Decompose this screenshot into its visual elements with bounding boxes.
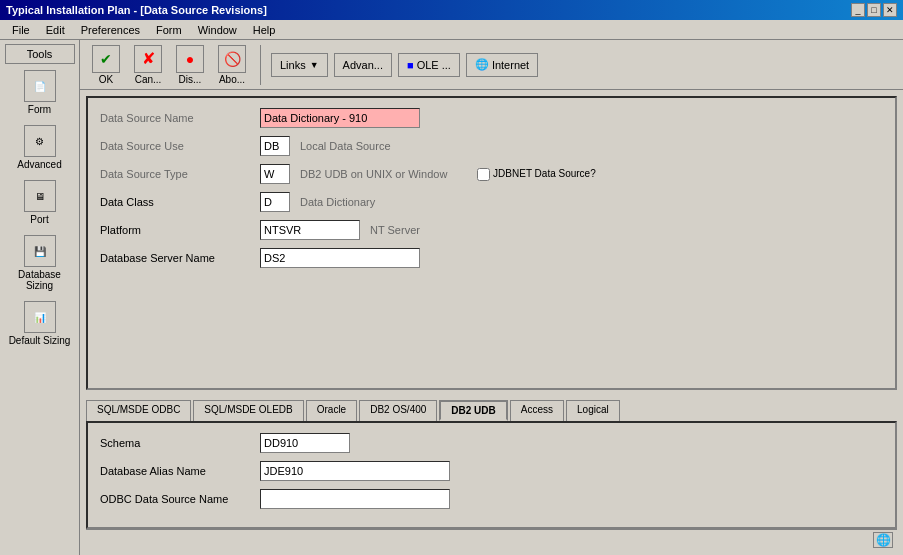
label-odbc-name: ODBC Data Source Name: [100, 493, 260, 505]
abo-button[interactable]: 🚫 Abo...: [214, 45, 250, 85]
database-sizing-icon: 💾: [24, 235, 56, 267]
menu-form[interactable]: Form: [148, 22, 190, 38]
title-bar-text: Typical Installation Plan - [Data Source…: [6, 4, 267, 16]
sidebar-tools[interactable]: Tools: [5, 44, 75, 64]
label-db-alias: Database Alias Name: [100, 465, 260, 477]
input-odbc-name[interactable]: [260, 489, 450, 509]
input-data-source-use[interactable]: [260, 136, 290, 156]
extra-data-class: Data Dictionary: [300, 196, 375, 208]
dis-icon: ●: [176, 45, 204, 73]
main-container: Tools 📄 Form ⚙ Advanced 🖥 Port 💾 Databas…: [0, 40, 903, 555]
label-platform: Platform: [100, 224, 260, 236]
sidebar-item-advanced[interactable]: ⚙ Advanced: [5, 121, 75, 174]
sidebar-label-default-sizing: Default Sizing: [9, 335, 71, 346]
tab-oracle[interactable]: Oracle: [306, 400, 357, 421]
label-db-server-name: Database Server Name: [100, 252, 260, 264]
input-data-class[interactable]: [260, 192, 290, 212]
extra-platform: NT Server: [370, 224, 420, 236]
tab-sql-msde-oledb[interactable]: SQL/MSDE OLEDB: [193, 400, 303, 421]
tab-panel-db2-udb: Schema Database Alias Name ODBC Data Sou…: [86, 421, 897, 529]
links-label: Links: [280, 59, 306, 71]
ok-label: OK: [99, 74, 113, 85]
sidebar-item-default-sizing[interactable]: 📊 Default Sizing: [5, 297, 75, 350]
dis-label: Dis...: [179, 74, 202, 85]
close-button[interactable]: ✕: [883, 3, 897, 17]
row-platform: Platform NT Server: [100, 220, 883, 240]
advan-button[interactable]: Advan...: [334, 53, 392, 77]
input-data-source-name[interactable]: [260, 108, 420, 128]
tabs-container: SQL/MSDE ODBC SQL/MSDE OLEDB Oracle DB2 …: [86, 400, 897, 421]
jdbnet-checkbox-area: JDBNET Data Source?: [477, 168, 595, 181]
abo-label: Abo...: [219, 74, 245, 85]
row-db-server-name: Database Server Name: [100, 248, 883, 268]
form-icon: 📄: [24, 70, 56, 102]
sidebar-label-database-sizing: Database Sizing: [7, 269, 73, 291]
ok-button[interactable]: ✔ OK: [88, 45, 124, 85]
dis-button[interactable]: ● Dis...: [172, 45, 208, 85]
minimize-button[interactable]: _: [851, 3, 865, 17]
menu-file[interactable]: File: [4, 22, 38, 38]
toolbar-separator: [260, 45, 261, 85]
label-data-class: Data Class: [100, 196, 260, 208]
status-globe-icon: 🌐: [873, 532, 893, 548]
row-db-alias: Database Alias Name: [100, 461, 883, 481]
sidebar-label-advanced: Advanced: [17, 159, 61, 170]
menu-preferences[interactable]: Preferences: [73, 22, 148, 38]
label-data-source-type: Data Source Type: [100, 168, 260, 180]
title-bar-controls: _ □ ✕: [851, 3, 897, 17]
row-data-source-use: Data Source Use Local Data Source: [100, 136, 883, 156]
menu-edit[interactable]: Edit: [38, 22, 73, 38]
tab-db2-os400[interactable]: DB2 OS/400: [359, 400, 437, 421]
input-db-server-name[interactable]: [260, 248, 420, 268]
internet-label: Internet: [492, 59, 529, 71]
input-data-source-type[interactable]: [260, 164, 290, 184]
cancel-icon: ✘: [134, 45, 162, 73]
form-panel: Data Source Name Data Source Use Local D…: [86, 96, 897, 390]
internet-icon: 🌐: [475, 58, 489, 71]
ole-button[interactable]: ■ OLE ...: [398, 53, 460, 77]
sidebar-item-form[interactable]: 📄 Form: [5, 66, 75, 119]
cancel-button[interactable]: ✘ Can...: [130, 45, 166, 85]
advanced-icon: ⚙: [24, 125, 56, 157]
menu-bar: File Edit Preferences Form Window Help: [0, 20, 903, 40]
label-data-source-use: Data Source Use: [100, 140, 260, 152]
input-schema[interactable]: [260, 433, 350, 453]
row-data-class: Data Class Data Dictionary: [100, 192, 883, 212]
sidebar-label-port: Port: [30, 214, 48, 225]
sidebar-item-database-sizing[interactable]: 💾 Database Sizing: [5, 231, 75, 295]
jdbnet-checkbox[interactable]: [477, 168, 490, 181]
internet-button[interactable]: 🌐 Internet: [466, 53, 538, 77]
ole-icon: ■: [407, 59, 414, 71]
jdbnet-label: JDBNET Data Source?: [493, 168, 596, 179]
label-schema: Schema: [100, 437, 260, 449]
default-sizing-icon: 📊: [24, 301, 56, 333]
row-schema: Schema: [100, 433, 883, 453]
tab-sql-msde-odbc[interactable]: SQL/MSDE ODBC: [86, 400, 191, 421]
menu-window[interactable]: Window: [190, 22, 245, 38]
input-db-alias[interactable]: [260, 461, 450, 481]
row-data-source-type: Data Source Type DB2 UDB on UNIX or Wind…: [100, 164, 883, 184]
tab-logical[interactable]: Logical: [566, 400, 620, 421]
status-bar: 🌐: [86, 529, 897, 549]
sidebar-label-form: Form: [28, 104, 51, 115]
advan-label: Advan...: [343, 59, 383, 71]
label-data-source-name: Data Source Name: [100, 112, 260, 124]
extra-data-source-type: DB2 UDB on UNIX or Window: [300, 168, 447, 180]
menu-help[interactable]: Help: [245, 22, 284, 38]
input-platform[interactable]: [260, 220, 360, 240]
maximize-button[interactable]: □: [867, 3, 881, 17]
sidebar-item-port[interactable]: 🖥 Port: [5, 176, 75, 229]
port-icon: 🖥: [24, 180, 56, 212]
ole-label: OLE ...: [417, 59, 451, 71]
tab-access[interactable]: Access: [510, 400, 564, 421]
extra-data-source-use: Local Data Source: [300, 140, 391, 152]
abo-icon: 🚫: [218, 45, 246, 73]
tab-db2-udb[interactable]: DB2 UDB: [439, 400, 507, 421]
content-area: Data Source Name Data Source Use Local D…: [80, 90, 903, 555]
ok-icon: ✔: [92, 45, 120, 73]
links-button[interactable]: Links ▼: [271, 53, 328, 77]
row-data-source-name: Data Source Name: [100, 108, 883, 128]
toolbar: ✔ OK ✘ Can... ● Dis... 🚫 Abo... Links ▼ …: [80, 40, 903, 90]
row-odbc-name: ODBC Data Source Name: [100, 489, 883, 509]
links-dropdown-icon: ▼: [310, 60, 319, 70]
